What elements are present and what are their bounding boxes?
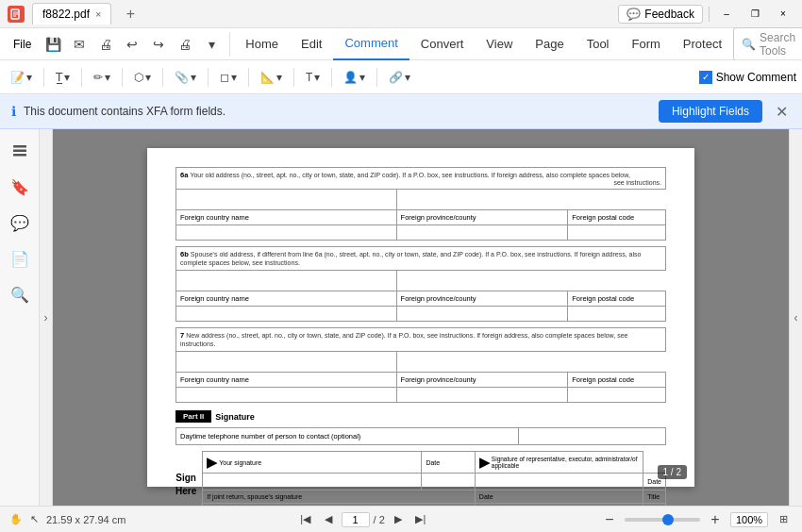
bottom-bar: ✋ ↖ 21.59 x 27.94 cm |◀ ◀ / 2 ▶ ▶| − + ⊞ <box>0 506 802 532</box>
foreign-province-2-label: Foreign province/county <box>396 291 568 307</box>
sidebar-comment-btn[interactable]: 💬 <box>6 208 34 237</box>
tab-view[interactable]: View <box>475 28 524 60</box>
email-tool[interactable]: ✉ <box>67 32 92 57</box>
link-tool[interactable]: 🔗 ▾ <box>384 64 415 91</box>
page-number-input[interactable] <box>342 512 370 527</box>
file-tab[interactable]: f8822.pdf × <box>32 3 111 25</box>
close-button[interactable]: × <box>772 3 794 25</box>
foreign-postal-2-field[interactable] <box>568 307 666 322</box>
arrow-tool-icon[interactable]: ↖ <box>30 513 39 525</box>
sidebar-layers-btn[interactable] <box>6 137 34 165</box>
zoom-slider[interactable] <box>625 518 700 522</box>
svg-rect-6 <box>13 154 26 157</box>
foreign-province-3-field[interactable] <box>396 388 568 403</box>
zoom-input[interactable] <box>730 512 768 527</box>
foreign-country-3-field[interactable] <box>176 388 397 403</box>
sidebar-pages-btn[interactable]: 📄 <box>6 244 34 273</box>
highlight-fields-button[interactable]: Highlight Fields <box>659 100 762 123</box>
search-tools-label: Search Tools <box>760 31 802 58</box>
user-icon: 👤 <box>343 71 358 84</box>
sidebar-bookmark-btn[interactable]: 🔖 <box>6 173 34 201</box>
rep-signature-field[interactable] <box>475 474 643 490</box>
pdf-viewer[interactable]: 6a Your old address (no., street, apt. n… <box>53 129 789 506</box>
svg-rect-5 <box>13 150 26 153</box>
left-panel-toggle[interactable]: › <box>40 129 53 506</box>
sticky-note-tool[interactable]: 📝 ▾ <box>6 64 37 91</box>
hand-tool-icon[interactable]: ✋ <box>9 513 23 525</box>
next-page-btn[interactable]: ▶ <box>389 510 408 529</box>
tab-close-btn[interactable]: × <box>95 8 101 20</box>
section-6b-field[interactable] <box>176 271 397 291</box>
joint-return-field[interactable] <box>203 504 476 507</box>
last-page-btn[interactable]: ▶| <box>411 510 430 529</box>
date-1-field[interactable] <box>422 474 475 490</box>
section-7-field[interactable] <box>176 352 397 373</box>
zoom-out-btn[interactable]: − <box>600 510 619 529</box>
title-field[interactable] <box>643 504 666 507</box>
dropdown-tool[interactable]: ▾ <box>199 32 224 57</box>
fit-page-btn[interactable]: ⊞ <box>774 510 793 529</box>
minimize-button[interactable]: – <box>715 3 738 25</box>
tab-edit[interactable]: Edit <box>290 28 333 60</box>
add-tab-btn[interactable]: + <box>119 3 142 25</box>
pen-tool[interactable]: ✏ ▾ <box>89 64 115 91</box>
undo-tool[interactable]: ↩ <box>120 32 144 57</box>
app-window: f8822.pdf × + 💬 Feedback – ❐ × File 💾 ✉ … <box>0 0 802 532</box>
zoom-in-btn[interactable]: + <box>706 510 725 529</box>
section-6b-label: 6b <box>180 250 189 258</box>
xfa-close-button[interactable]: ✕ <box>772 102 791 121</box>
show-comment-checkbox[interactable]: ✓ <box>699 71 712 84</box>
foreign-province-1-field[interactable] <box>396 225 568 241</box>
tab-convert[interactable]: Convert <box>409 28 476 60</box>
print-tool[interactable]: 🖨 <box>93 32 118 57</box>
typewriter-tool[interactable]: T ▾ <box>301 64 325 91</box>
toolbar-separator-1 <box>43 68 44 87</box>
date-1-label: Date <box>422 452 475 474</box>
text-highlight-tool[interactable]: T̲ ▾ <box>51 64 75 91</box>
tab-comment[interactable]: Comment <box>333 28 409 60</box>
tab-tool[interactable]: Tool <box>576 28 621 60</box>
tab-page[interactable]: Page <box>524 28 575 60</box>
user-tool[interactable]: 👤 ▾ <box>339 64 370 91</box>
your-signature-field[interactable] <box>203 474 422 490</box>
right-panel-toggle[interactable]: ‹ <box>789 129 802 506</box>
shapes-tool[interactable]: ◻ ▾ <box>215 64 242 91</box>
toolbar-separator-8 <box>331 68 332 87</box>
foreign-province-2-field[interactable] <box>396 307 568 322</box>
foreign-country-2-field[interactable] <box>176 307 397 322</box>
file-menu[interactable]: File <box>4 28 41 59</box>
zoom-thumb[interactable] <box>662 514 674 525</box>
show-comment-label: Show Comment <box>716 71 796 84</box>
prev-page-btn[interactable]: ◀ <box>319 510 338 529</box>
search-tools[interactable]: 🔍 Search Tools <box>733 27 802 61</box>
redo-tool[interactable]: ↪ <box>146 32 171 57</box>
stamp-tool[interactable]: ⬡ ▾ <box>129 64 156 91</box>
measure-tool[interactable]: 📐 ▾ <box>256 64 287 91</box>
sign-here-label-container: SignHere <box>175 451 196 506</box>
attach-tool[interactable]: 📎 ▾ <box>170 64 201 91</box>
page-badge: 1 / 2 <box>658 465 687 479</box>
feedback-button[interactable]: 💬 Feedback <box>618 5 703 24</box>
title-label: Title <box>643 490 666 504</box>
foreign-postal-1-field[interactable] <box>568 225 666 241</box>
form-section-7: 7 New address (no., street, apt. no., ci… <box>175 327 666 403</box>
foreign-country-1-label: Foreign country name <box>176 210 397 225</box>
tab-form[interactable]: Form <box>621 28 672 60</box>
section-6a-field[interactable] <box>176 190 397 210</box>
save-tool[interactable]: 💾 <box>41 32 65 57</box>
tab-home[interactable]: Home <box>234 28 290 60</box>
foreign-country-1-field[interactable] <box>176 225 397 241</box>
bottom-left: ✋ ↖ 21.59 x 27.94 cm <box>9 513 125 525</box>
print2-tool[interactable]: 🖨 <box>173 32 197 57</box>
menu-tabs: Home Edit Comment Convert View Page Tool… <box>234 28 733 60</box>
show-comment-toggle[interactable]: ✓ Show Comment <box>699 71 796 84</box>
sign-fields-container: ▶ Your signature Date ▶ Signature of rep… <box>202 451 666 506</box>
tab-protect[interactable]: Protect <box>672 28 733 60</box>
restore-button[interactable]: ❐ <box>744 3 766 25</box>
sidebar-search-btn[interactable]: 🔍 <box>6 280 34 308</box>
first-page-btn[interactable]: |◀ <box>296 510 315 529</box>
joint-return-label: If joint return, spouse's signature <box>203 490 476 504</box>
foreign-postal-3-field[interactable] <box>568 388 666 403</box>
daytime-phone-field[interactable] <box>519 428 666 445</box>
date-3-field[interactable] <box>475 504 643 507</box>
